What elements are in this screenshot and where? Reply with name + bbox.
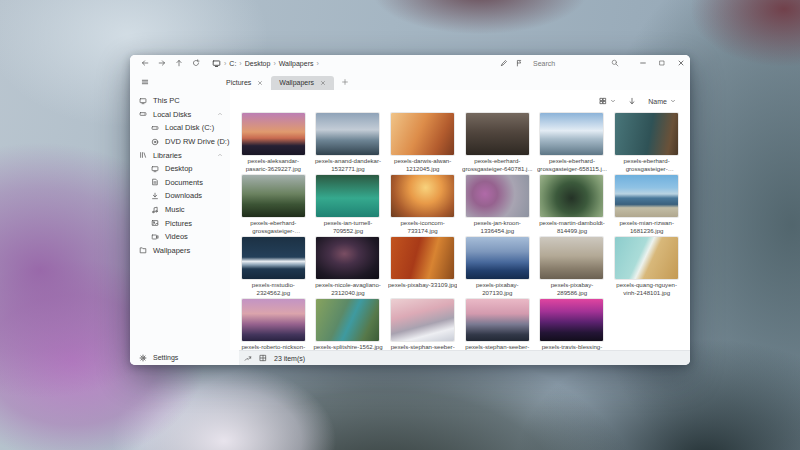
breadcrumb-segment[interactable]: C:	[229, 60, 236, 67]
minimize-button[interactable]	[633, 55, 652, 71]
file-item[interactable]: pexels-mian-rizwan-1681236.jpg	[611, 175, 682, 235]
file-item[interactable]: pexels-darwis-alwan-1212045.jpg	[387, 113, 458, 173]
close-button[interactable]	[671, 55, 690, 71]
file-item[interactable]: pexels-eberhard-grossgasteiger-1062175..…	[611, 113, 682, 173]
maximize-button[interactable]	[652, 55, 671, 71]
file-thumbnail[interactable]	[242, 299, 305, 341]
gear-icon	[139, 354, 147, 362]
file-item[interactable]: pexels-roberto-nickson-2775196.jpg	[238, 299, 309, 350]
file-item[interactable]: pexels-pixabay-289586.jpg	[537, 237, 608, 297]
minimize-icon	[639, 59, 647, 67]
layout-mode-button[interactable]	[599, 97, 616, 105]
refresh-icon[interactable]	[192, 59, 200, 67]
collapse-chevron-icon[interactable]	[217, 111, 223, 117]
sidebar-item-desktop[interactable]: Desktop	[130, 162, 230, 176]
collapse-chevron-icon[interactable]	[217, 152, 223, 158]
file-thumbnail[interactable]	[391, 299, 454, 341]
tab-close-icon[interactable]	[257, 80, 263, 86]
file-item[interactable]: pexels-martin-damboldt-814499.jpg	[537, 175, 608, 235]
sidebar-item-label: Documents	[165, 178, 203, 187]
file-item[interactable]: pexels-eberhard-grossgasteiger-658115.j.…	[537, 113, 608, 173]
selection-grid-icon[interactable]	[259, 354, 267, 362]
file-explorer-window: ›C:›Desktop›Wallpapers› Search PicturesW…	[130, 55, 690, 365]
tab-pictures[interactable]: Pictures	[218, 76, 271, 90]
sidebar-item-pictures[interactable]: Pictures	[130, 216, 230, 230]
breadcrumb[interactable]: ›C:›Desktop›Wallpapers›	[212, 59, 319, 68]
file-thumbnail[interactable]	[391, 113, 454, 155]
sidebar-item-music[interactable]: Music	[130, 203, 230, 217]
file-item[interactable]: pexels-nicole-avagliano-2312040.jpg	[313, 237, 384, 297]
file-item[interactable]: pexels-aleksandar-pasaric-3629227.jpg	[238, 113, 309, 173]
breadcrumb-segment[interactable]: Wallpapers	[279, 60, 314, 67]
new-tab-button[interactable]	[341, 78, 349, 86]
window-controls	[633, 55, 690, 71]
file-item[interactable]: pexels-mstudio-2324562.jpg	[238, 237, 309, 297]
file-thumbnail[interactable]	[391, 237, 454, 279]
forward-icon[interactable]	[158, 59, 166, 67]
sidebar-item-wallpapers[interactable]: Wallpapers	[130, 244, 230, 258]
file-item[interactable]: pexels-quang-nguyen-vinh-2148101.jpg	[611, 237, 682, 297]
sidebar-item-label: Music	[165, 205, 185, 214]
file-name: pexels-travis-blessing-1363876.jpg	[537, 343, 608, 350]
file-item[interactable]: pexels-stephan-seeber-1054289.jpg	[462, 299, 533, 350]
file-item[interactable]: pexels-anand-dandekar-1532771.jpg	[313, 113, 384, 173]
file-thumbnail[interactable]	[242, 175, 305, 217]
file-item[interactable]: pexels-pixabay-33109.jpg	[387, 237, 458, 297]
file-thumbnail[interactable]	[540, 113, 603, 155]
file-item[interactable]: pexels-jan-kroon-1336454.jpg	[462, 175, 533, 235]
file-thumbnail[interactable]	[316, 113, 379, 155]
file-thumbnail[interactable]	[316, 175, 379, 217]
file-thumbnail[interactable]	[242, 237, 305, 279]
sidebar-item-videos[interactable]: Videos	[130, 230, 230, 244]
disc-icon	[151, 138, 159, 146]
file-thumbnail[interactable]	[615, 175, 678, 217]
breadcrumb-segment[interactable]: Desktop	[245, 60, 271, 67]
file-item[interactable]: pexels-pixabay-207130.jpg	[462, 237, 533, 297]
file-thumbnail[interactable]	[316, 299, 379, 341]
file-thumbnail[interactable]	[615, 113, 678, 155]
file-thumbnail[interactable]	[540, 299, 603, 341]
hamburger-menu-icon[interactable]	[141, 78, 149, 86]
sidebar-item-local-disks[interactable]: Local Disks	[130, 108, 230, 122]
sidebar-item-downloads[interactable]: Downloads	[130, 189, 230, 203]
file-item[interactable]: pexels-splitshire-1562.jpg	[313, 299, 384, 350]
pin-icon[interactable]	[515, 59, 523, 67]
file-thumbnail[interactable]	[615, 237, 678, 279]
file-item[interactable]: pexels-eberhard-grossgasteiger-1287133..…	[238, 175, 309, 235]
desktop-icon	[151, 165, 159, 173]
file-thumbnail[interactable]	[316, 237, 379, 279]
search-input[interactable]: Search	[533, 59, 619, 67]
sidebar-item-this-pc[interactable]: This PC	[130, 94, 230, 108]
edit-path-icon[interactable]	[500, 59, 508, 67]
file-thumbnail[interactable]	[466, 113, 529, 155]
file-thumbnail[interactable]	[466, 175, 529, 217]
file-thumbnail[interactable]	[242, 113, 305, 155]
sort-direction-button[interactable]	[628, 97, 636, 105]
sidebar-item-label: Wallpapers	[153, 246, 190, 255]
file-name: pexels-stephan-seeber-1054289.jpg	[462, 343, 533, 350]
file-item[interactable]: pexels-iconcom-733174.jpg	[387, 175, 458, 235]
sidebar-item-dvd-rw-drive-d[interactable]: DVD RW Drive (D:)	[130, 135, 230, 149]
settings-button[interactable]: Settings	[130, 350, 239, 365]
file-thumbnail[interactable]	[466, 299, 529, 341]
up-icon[interactable]	[175, 59, 183, 67]
content-area: Name pexels-aleksandar-pasaric-3629227.j…	[230, 90, 690, 350]
sidebar-item-libraries[interactable]: Libraries	[130, 148, 230, 162]
file-thumbnail[interactable]	[466, 237, 529, 279]
file-item[interactable]: pexels-ian-turnell-709552.jpg	[313, 175, 384, 235]
sort-by-dropdown[interactable]: Name	[648, 98, 676, 105]
file-item[interactable]: pexels-travis-blessing-1363876.jpg	[537, 299, 608, 350]
file-thumbnail[interactable]	[540, 237, 603, 279]
file-thumbnail[interactable]	[391, 175, 454, 217]
back-icon[interactable]	[141, 59, 149, 67]
sidebar-item-local-disk-c[interactable]: Local Disk (C:)	[130, 121, 230, 135]
sidebar-item-documents[interactable]: Documents	[130, 176, 230, 190]
drive-icon	[151, 124, 159, 132]
file-item[interactable]: pexels-eberhard-grossgasteiger-640781.j.…	[462, 113, 533, 173]
tab-close-icon[interactable]	[320, 80, 326, 86]
file-item[interactable]: pexels-stephan-seeber-1054201.jpg	[387, 299, 458, 350]
tab-wallpapers[interactable]: Wallpapers	[271, 76, 334, 90]
status-trend-icon[interactable]	[244, 354, 252, 362]
file-name: pexels-pixabay-33109.jpg	[388, 281, 457, 289]
file-thumbnail[interactable]	[540, 175, 603, 217]
